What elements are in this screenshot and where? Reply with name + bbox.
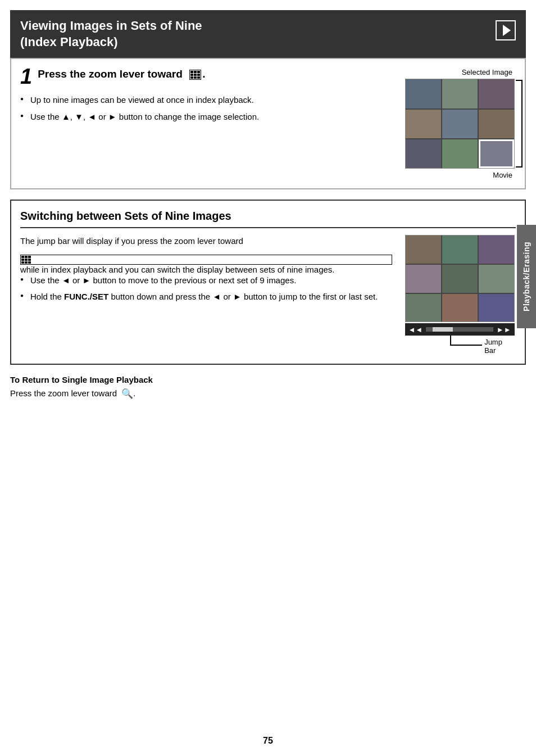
section2-bullet-1: Use the ◄ or ► button to move to the pre… xyxy=(20,274,392,287)
sidebar: Playback/Erasing xyxy=(517,225,536,328)
section2-bullets: Use the ◄ or ► button to move to the pre… xyxy=(20,274,392,304)
section1: 1 Press the zoom lever toward xyxy=(10,58,526,189)
section2-bullet-2: Hold the FUNC./SET button down and press… xyxy=(20,291,392,303)
selected-image-label: Selected Image xyxy=(462,68,512,76)
section2-right: ◄◄ ►► Jump Bar xyxy=(403,235,516,355)
section2-content: The jump bar will display if you press t… xyxy=(20,235,516,355)
g2-cell-4 xyxy=(442,265,478,293)
return-section: To Return to Single Image Playback Press… xyxy=(10,375,526,401)
g2-cell-7 xyxy=(442,294,478,322)
section2-title: Switching between Sets of Nine Images xyxy=(20,210,516,228)
grid-cell-5 xyxy=(479,110,514,138)
image-grid-container xyxy=(405,79,515,169)
section1-right: Selected Image Movie xyxy=(403,68,516,179)
grid-cell-1 xyxy=(442,79,478,108)
header-title: Viewing Images in Sets of Nine (Index Pl… xyxy=(20,18,202,50)
playback-icon-box xyxy=(496,20,516,40)
index-grid2 xyxy=(20,255,392,265)
grid-cell-3 xyxy=(406,110,441,138)
grid-cell-8 xyxy=(479,139,514,168)
g2-cell-2 xyxy=(479,236,514,264)
bullet-2: Use the ▲, ▼, ◄ or ► button to change th… xyxy=(20,111,392,123)
jump-bar-track xyxy=(426,327,493,332)
movie-label: Movie xyxy=(493,171,512,179)
grid-cell-7 xyxy=(442,139,478,168)
section1-left: 1 Press the zoom lever toward xyxy=(20,68,392,179)
grid-cell-4 xyxy=(442,110,478,138)
g2-cell-3 xyxy=(406,265,441,293)
selected-bracket xyxy=(516,80,523,168)
page-number: 75 xyxy=(263,736,273,746)
g2-cell-1 xyxy=(442,236,478,264)
index-symbol-icon xyxy=(189,70,201,80)
grid-cell-0 xyxy=(406,79,441,108)
step-number: 1 xyxy=(20,68,32,87)
bullet-1: Up to nine images can be viewed at once … xyxy=(20,94,392,106)
index-grid xyxy=(189,70,201,80)
grid-cell-6 xyxy=(406,139,441,168)
jump-bar-thumb xyxy=(433,327,453,332)
section2-intro: The jump bar will display if you press t… xyxy=(20,235,392,248)
g2-cell-6 xyxy=(406,294,441,322)
section1-bullets: Up to nine images can be viewed at once … xyxy=(20,94,392,123)
sidebar-text: Playback/Erasing xyxy=(522,242,531,311)
jump-bar-label: Jump Bar xyxy=(484,338,514,355)
play-icon xyxy=(503,25,511,36)
step-title-text: Press the zoom lever toward . xyxy=(38,68,206,80)
return-text: Press the zoom lever toward 🔍. xyxy=(10,387,526,401)
magnify-icon: 🔍 xyxy=(121,387,133,401)
jump-bar-right-arrow: ►► xyxy=(497,325,511,334)
jump-bar-label-container: Jump Bar xyxy=(405,336,515,355)
g2-cell-5 xyxy=(479,265,514,293)
g2-cell-8 xyxy=(479,294,514,322)
g2-cell-0 xyxy=(406,236,441,264)
section2-left: The jump bar will display if you press t… xyxy=(20,235,392,355)
grid-cell-2 xyxy=(479,79,514,108)
image-grid2 xyxy=(405,235,515,322)
jump-bar-bracket xyxy=(450,336,483,346)
section2: Switching between Sets of Nine Images Th… xyxy=(10,200,526,365)
return-title: To Return to Single Image Playback xyxy=(10,375,526,384)
jump-bar-left-arrow: ◄◄ xyxy=(408,325,423,334)
header-section: Viewing Images in Sets of Nine (Index Pl… xyxy=(10,10,526,58)
step-title: 1 Press the zoom lever toward xyxy=(20,68,392,87)
jump-bar-container: ◄◄ ►► xyxy=(405,323,515,336)
image-grid xyxy=(405,79,515,169)
